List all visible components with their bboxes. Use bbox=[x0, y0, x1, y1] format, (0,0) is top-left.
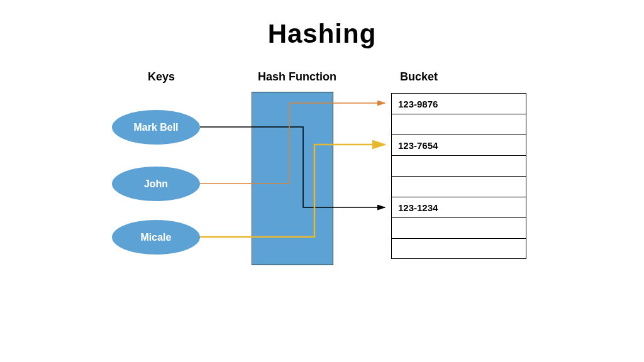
bucket-table: 123-9876 123-7654 123-1234 bbox=[391, 93, 526, 259]
bucket-row: 123-1234 bbox=[391, 197, 526, 217]
bucket-row bbox=[391, 155, 526, 176]
diagram-title: Hashing bbox=[268, 19, 377, 49]
key-ellipse-mark-bell: Mark Bell bbox=[112, 110, 200, 145]
column-header-keys: Keys bbox=[148, 70, 175, 84]
bucket-row bbox=[391, 114, 526, 134]
bucket-row bbox=[391, 217, 526, 238]
column-header-hash-function: Hash Function bbox=[258, 70, 336, 84]
bucket-row bbox=[391, 176, 526, 197]
key-ellipse-micale: Micale bbox=[112, 220, 200, 255]
key-ellipse-john: John bbox=[112, 167, 200, 201]
bucket-row bbox=[391, 238, 526, 259]
column-header-bucket: Bucket bbox=[400, 70, 438, 84]
bucket-row: 123-7654 bbox=[391, 134, 526, 155]
bucket-row: 123-9876 bbox=[391, 93, 526, 114]
hash-function-box bbox=[252, 92, 333, 265]
